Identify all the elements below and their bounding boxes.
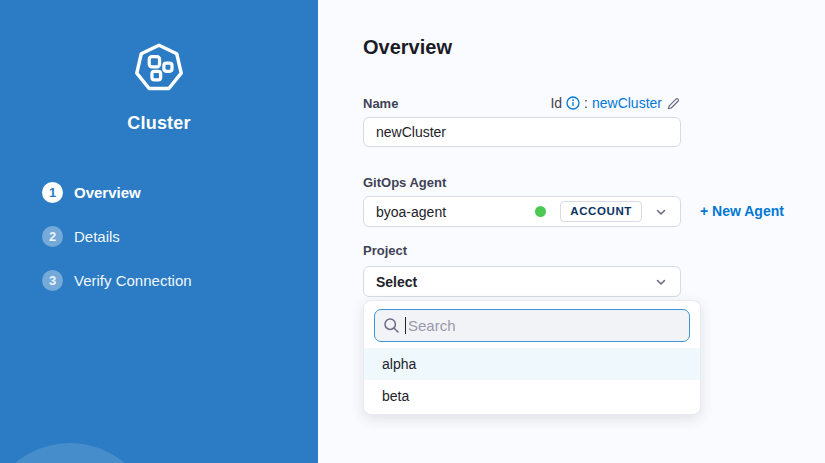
step-label: Verify Connection — [74, 272, 192, 289]
text-cursor — [405, 317, 406, 334]
option-beta[interactable]: beta — [364, 380, 700, 412]
agent-healthy-status-dot — [535, 206, 546, 217]
page-title: Overview — [363, 36, 452, 59]
agent-selected-value: byoa-agent — [376, 204, 446, 220]
name-label: Name — [363, 96, 398, 111]
edit-pencil-icon[interactable] — [666, 96, 681, 111]
chevron-down-icon — [654, 205, 668, 219]
new-agent-button[interactable]: + New Agent — [700, 203, 784, 219]
step-details[interactable]: 2 Details — [42, 226, 192, 247]
id-prefix-label: Id — [550, 95, 562, 111]
step-number-badge: 3 — [42, 270, 63, 291]
info-icon[interactable] — [566, 96, 580, 110]
name-label-row: Name Id : newCluster — [363, 95, 681, 111]
step-label: Overview — [74, 184, 141, 201]
project-label: Project — [363, 243, 407, 258]
project-placeholder: Select — [376, 274, 417, 290]
identifier-row: Id : newCluster — [550, 95, 681, 111]
option-alpha[interactable]: alpha — [364, 348, 700, 380]
wizard-title: Cluster — [0, 113, 318, 134]
cluster-wizard-dialog: Cluster 1 Overview 2 Details 3 Verify Co… — [0, 0, 825, 463]
project-dropdown-menu: alpha beta — [363, 300, 701, 415]
project-select[interactable]: Select — [363, 266, 681, 297]
cluster-heptagon-icon — [0, 42, 318, 94]
id-value-link[interactable]: newCluster — [592, 95, 662, 111]
gitops-agent-select[interactable]: byoa-agent ACCOUNT — [363, 196, 681, 227]
dropdown-search — [374, 309, 690, 342]
step-label: Details — [74, 228, 120, 245]
wizard-sidebar: Cluster 1 Overview 2 Details 3 Verify Co… — [0, 0, 318, 463]
step-overview[interactable]: 1 Overview — [42, 182, 192, 203]
decorative-circle — [0, 443, 155, 463]
id-separator: : — [584, 95, 588, 111]
project-search-input[interactable] — [374, 309, 690, 342]
chevron-down-icon — [654, 275, 668, 289]
step-verify-connection[interactable]: 3 Verify Connection — [42, 270, 192, 291]
step-number-badge: 2 — [42, 226, 63, 247]
overview-step-panel: Overview Name Id : newCluster — [318, 0, 825, 463]
gitops-agent-label: GitOps Agent — [363, 175, 446, 190]
agent-scope-badge: ACCOUNT — [560, 201, 642, 223]
step-number-badge: 1 — [42, 182, 63, 203]
wizard-steps: 1 Overview 2 Details 3 Verify Connection — [42, 182, 192, 314]
cluster-name-input[interactable] — [363, 117, 681, 147]
project-options-list: alpha beta — [364, 348, 700, 412]
